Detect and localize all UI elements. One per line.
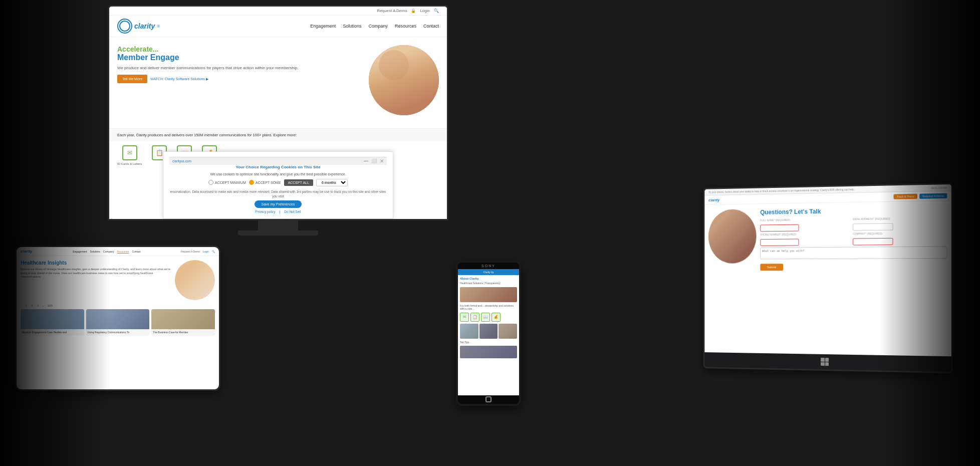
cookie-description: We use cookies to optimize site function…	[169, 172, 387, 176]
tablet-login[interactable]: Login	[203, 250, 209, 253]
email-input[interactable]	[853, 223, 893, 230]
phone-home-button[interactable]	[485, 396, 492, 402]
page-1[interactable]: 1	[26, 304, 27, 307]
page-2[interactable]: 2	[31, 304, 33, 307]
page-prev[interactable]: ‹	[21, 304, 22, 307]
nav-solutions[interactable]: Solutions	[343, 24, 361, 29]
submit-button[interactable]: Submit	[760, 264, 783, 271]
maximize-icon[interactable]: ⬜	[371, 158, 377, 164]
hero-buttons: Tell Me More WATCH: Clarity Software Sol…	[117, 75, 354, 83]
hero-tagline: Accelerate...	[117, 45, 354, 53]
nav-resources[interactable]: Resources	[395, 24, 416, 29]
cookie-toolbar: clarityus.com — ⬜ ✕	[169, 157, 387, 165]
close-icon[interactable]: ✕	[380, 158, 384, 164]
months-dropdown[interactable]: 6 months	[316, 179, 348, 186]
minimize-icon[interactable]: —	[364, 158, 368, 164]
tablet-nav-engagement[interactable]: Engagement	[73, 250, 87, 253]
phone-brand: SONY	[458, 263, 519, 269]
monitor-frame: Request A Demo 🔒 Login 🔍 clarity ® Engag…	[108, 5, 448, 220]
form-heading: Questions? Let's Talk	[760, 206, 947, 216]
hero-photo	[369, 45, 439, 115]
accept-some-option[interactable]: ACCEPT SOME	[249, 180, 281, 185]
message-textarea[interactable]	[760, 246, 947, 259]
clarity-hero: Accelerate... Member Engage We produce a…	[109, 37, 447, 128]
radio-minimum[interactable]	[208, 180, 213, 185]
request-demo-button[interactable]: Request A Demo	[919, 193, 947, 199]
company-group: COMPANY* (REQUIRED)	[853, 231, 947, 246]
id-cards-label: ID Cards & Letters	[117, 162, 142, 165]
tablet-top-right: Request A Demo Login 🔍	[181, 250, 215, 253]
tablet-nav-solutions[interactable]: Solutions	[90, 250, 101, 253]
nav-contact[interactable]: Contact	[423, 24, 439, 29]
surface-hero-image	[708, 209, 757, 264]
surface-sticky-label: sticky number	[931, 186, 947, 189]
nav-engagement[interactable]: Engagement	[310, 24, 336, 29]
page-3[interactable]: 3	[37, 304, 39, 307]
win-quad-3	[821, 362, 824, 366]
accept-minimum-option[interactable]: ACCEPT MINIMUM	[208, 180, 246, 185]
phone-img-row	[460, 324, 517, 339]
accept-all-option[interactable]: ACCEPT ALL	[284, 179, 313, 186]
phone-label: PHONE NUMBER* (REQUIRED)	[760, 232, 851, 236]
article-1-image	[21, 309, 84, 329]
login-link[interactable]: Login	[420, 9, 430, 13]
privacy-policy-link[interactable]: Privacy policy	[256, 210, 276, 213]
person-photo	[369, 45, 439, 115]
track-trace-button[interactable]: Track & Trace	[893, 194, 917, 199]
tablet-nav-contact[interactable]: Contact	[132, 250, 140, 253]
article-1-label: Member Engagement Case Studies and	[21, 329, 84, 336]
email-group: EMAIL ADDRESS* (REQUIRED)	[853, 216, 947, 231]
accept-all-button[interactable]: ACCEPT ALL	[284, 179, 313, 186]
page-count: 265	[48, 304, 53, 307]
cookie-header: Your Choice Regarding Cookies on This Si…	[169, 165, 387, 169]
monitor-stand	[258, 220, 298, 230]
tablet-left: clarity Engagement Solutions Company Res…	[15, 246, 220, 391]
tablet-request-demo[interactable]: Request A Demo	[181, 250, 200, 253]
tablet-hero: Healthcare Insights Browse our library o…	[17, 256, 219, 304]
phone-content: About Clarity Healthcare Solutions | Tra…	[458, 275, 519, 360]
tablet-nav: clarity Engagement Solutions Company Res…	[17, 247, 219, 256]
email-label: EMAIL ADDRESS* (REQUIRED)	[853, 216, 947, 221]
tablet-logo: clarity	[21, 249, 33, 254]
phone-more-content: Ten Tips...	[460, 341, 517, 359]
cookie-note: ersonalization. Data accessed to make ad…	[169, 189, 387, 198]
do-not-sell-link[interactable]: Do Not Sell	[284, 210, 301, 213]
article-3-image	[151, 309, 215, 329]
tablet-nav-resources[interactable]: Resources	[117, 250, 129, 253]
win-quad-1	[821, 358, 824, 362]
search-icon[interactable]: 🔍	[434, 9, 439, 13]
full-name-input[interactable]	[760, 224, 799, 232]
phone-icon-1: ✉	[460, 313, 469, 322]
watch-link[interactable]: WATCH: Clarity Software Solutions ▶	[150, 77, 208, 81]
phone-body-text: It is both formal and... stewardship and…	[460, 304, 517, 311]
company-input[interactable]	[853, 238, 893, 246]
company-label: COMPANY* (REQUIRED)	[853, 231, 947, 236]
tablet-search-icon[interactable]: 🔍	[212, 250, 215, 253]
nav-links: Engagement Solutions Company Resources C…	[310, 24, 439, 29]
phone-icon-4: 💰	[492, 313, 501, 322]
cookie-options: ACCEPT MINIMUM ACCEPT SOME ACCEPT ALL 6 …	[169, 179, 387, 186]
separator: |	[280, 210, 281, 213]
cookie-links: Privacy policy | Do Not Sell	[169, 210, 387, 213]
tablet-pagination: ‹ 1 2 3 › 265	[17, 304, 219, 309]
windows-button[interactable]	[821, 358, 829, 366]
tablet-nav-company[interactable]: Company	[103, 250, 114, 253]
tell-me-more-button[interactable]: Tell Me More	[117, 75, 147, 83]
clarity-logo: clarity ®	[117, 19, 160, 34]
win-quad-4	[825, 362, 828, 366]
phone: SONY Clarity by About Clarity Healthcare…	[456, 261, 521, 406]
form-row-2: PHONE NUMBER* (REQUIRED) COMPANY* (REQUI…	[760, 231, 947, 246]
tablet-left-screen: clarity Engagement Solutions Company Res…	[17, 247, 219, 389]
phone-input[interactable]	[760, 239, 799, 246]
page-next[interactable]: ›	[43, 304, 44, 307]
radio-some[interactable]	[249, 180, 254, 185]
request-demo-link[interactable]: Request A Demo	[377, 9, 407, 13]
months-select[interactable]: 6 months	[316, 179, 348, 186]
phone-icon-2: 📋	[470, 313, 479, 322]
phone-extra-image	[460, 346, 517, 358]
phone-hero-image	[460, 287, 517, 302]
phone-section-title: About Clarity	[460, 277, 517, 280]
nav-company[interactable]: Company	[368, 24, 388, 29]
accept-minimum-label: ACCEPT MINIMUM	[215, 181, 246, 184]
save-preferences-button[interactable]: Save my Preferences	[255, 200, 302, 208]
